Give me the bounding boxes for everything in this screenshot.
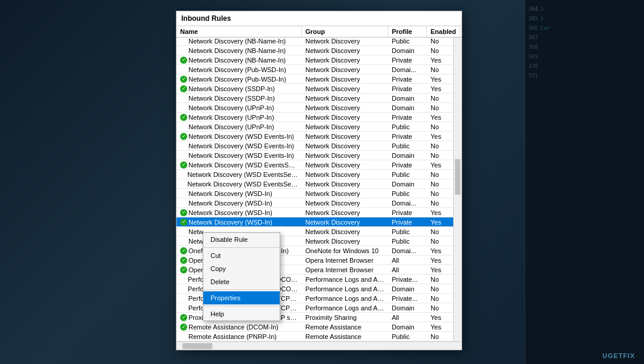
row-enabled: No: [427, 189, 453, 198]
row-profile: Domai...: [388, 247, 427, 255]
watermark: UGETFIX: [602, 352, 635, 359]
row-profile: All: [388, 256, 427, 265]
row-group: Performance Logs and Alerts: [302, 275, 388, 284]
table-row[interactable]: Network Discovery (WSD EventsSecure-In)N…: [177, 179, 453, 189]
row-enabled: No: [427, 151, 453, 160]
row-profile: Domain: [388, 180, 427, 188]
context-menu-separator-2: [203, 290, 280, 290]
table-row[interactable]: Network Discovery (WSD-In)Network Discov…: [177, 189, 453, 198]
row-enabled: No: [427, 38, 453, 45]
row-enabled: Yes: [427, 85, 453, 93]
row-group: Network Discovery: [302, 228, 388, 236]
row-profile: Private: [388, 209, 427, 217]
row-name: Network Discovery (Pub-WSD-In): [177, 66, 302, 74]
row-profile: Private: [388, 218, 427, 226]
table-row[interactable]: Remote Assistance (PNRP-In)Remote Assist…: [177, 332, 453, 341]
row-profile: Private: [388, 113, 427, 122]
row-name: Network Discovery (NB-Name-In): [177, 38, 302, 45]
table-row[interactable]: ✓Network Discovery (Pub-WSD-In)Network D…: [177, 74, 453, 84]
row-name: ✓Network Discovery (WSD-In): [177, 218, 302, 226]
row-profile: Domain: [388, 285, 427, 293]
row-name: ✓Network Discovery (WSD EventsSecure-In): [177, 161, 302, 169]
row-profile: Domain: [388, 104, 427, 112]
table-row[interactable]: Network Discovery (UPnP-In)Network Disco…: [177, 122, 453, 132]
table-row[interactable]: ✓Network Discovery (WSD-In)Network Disco…: [177, 217, 453, 227]
row-enabled: No: [427, 170, 453, 179]
table-row[interactable]: ✓Network Discovery (SSDP-In)Network Disc…: [177, 84, 453, 94]
row-profile: All: [388, 266, 427, 274]
context-menu-item-disable[interactable]: Disable Rule: [203, 233, 280, 246]
table-row[interactable]: Network Discovery (WSD-In)Network Discov…: [177, 198, 453, 208]
row-profile: All: [388, 313, 427, 322]
row-group: Network Discovery: [302, 142, 388, 150]
context-menu-item-help[interactable]: Help: [203, 307, 280, 321]
row-profile: Public: [388, 228, 427, 236]
row-enabled: No: [427, 142, 453, 150]
context-menu-item-cut[interactable]: Cut: [203, 249, 280, 262]
row-profile: Public: [388, 237, 427, 245]
vertical-scrollbar[interactable]: [453, 38, 462, 341]
row-enabled: No: [427, 94, 453, 102]
row-name: Network Discovery (WSD-In): [177, 199, 302, 207]
context-menu: Disable Rule Cut Copy Delete Properties …: [203, 232, 280, 321]
row-name: Network Discovery (WSD EventsSecure-In): [177, 170, 302, 179]
row-group: Network Discovery: [302, 170, 388, 179]
table-row[interactable]: ✓Network Discovery (WSD Events-In)Networ…: [177, 132, 453, 141]
row-name: Network Discovery (UPnP-In): [177, 123, 302, 131]
table-row[interactable]: Network Discovery (NB-Name-In)Network Di…: [177, 46, 453, 55]
row-group: Network Discovery: [302, 132, 388, 141]
row-profile: Public: [388, 189, 427, 198]
row-enabled: Yes: [427, 209, 453, 217]
row-profile: Domai...: [388, 199, 427, 207]
table-row[interactable]: Network Discovery (Pub-WSD-In)Network Di…: [177, 65, 453, 74]
row-group: Proximity Sharing: [302, 313, 388, 322]
table-row[interactable]: Network Discovery (SSDP-In)Network Disco…: [177, 94, 453, 103]
context-menu-item-copy[interactable]: Copy: [203, 262, 280, 275]
row-group: Network Discovery: [302, 161, 388, 169]
table-row[interactable]: ✓Network Discovery (UPnP-In)Network Disc…: [177, 113, 453, 122]
context-menu-item-delete[interactable]: Delete: [203, 275, 280, 288]
table-row[interactable]: Network Discovery (NB-Name-In)Network Di…: [177, 38, 453, 46]
row-profile: Domain: [388, 323, 427, 331]
row-group: Opera Internet Browser: [302, 256, 388, 265]
table-row[interactable]: ✓Network Discovery (WSD-In)Network Disco…: [177, 208, 453, 217]
row-profile: Public: [388, 142, 427, 150]
row-profile: Domai...: [388, 66, 427, 74]
row-name: ✓Network Discovery (UPnP-In): [177, 113, 302, 122]
table-row[interactable]: ✓Network Discovery (NB-Name-In)Network D…: [177, 55, 453, 65]
table-header: Name Group Profile Enabled: [177, 26, 462, 38]
context-menu-separator-3: [203, 306, 280, 306]
row-enabled: No: [427, 46, 453, 55]
table-row[interactable]: Network Discovery (UPnP-In)Network Disco…: [177, 103, 453, 113]
row-enabled: Yes: [427, 256, 453, 265]
context-menu-item-properties[interactable]: Properties: [203, 291, 280, 304]
table-row[interactable]: Network Discovery (WSD EventsSecure-In)N…: [177, 170, 453, 179]
row-profile: Public: [388, 38, 427, 45]
row-name: Network Discovery (WSD Events-In): [177, 151, 302, 160]
table-row[interactable]: Network Discovery (WSD Events-In)Network…: [177, 151, 453, 160]
row-enabled: No: [427, 123, 453, 131]
row-name: ✓Network Discovery (WSD Events-In): [177, 132, 302, 141]
row-group: Network Discovery: [302, 151, 388, 160]
row-name: Remote Assistance (PNRP-In): [177, 332, 302, 341]
row-group: Performance Logs and Alerts: [302, 285, 388, 293]
table-row[interactable]: ✓Network Discovery (WSD EventsSecure-In)…: [177, 160, 453, 170]
horizontal-scrollbar[interactable]: [177, 341, 462, 350]
row-enabled: No: [427, 66, 453, 74]
row-group: Network Discovery: [302, 94, 388, 102]
row-enabled: Yes: [427, 266, 453, 274]
row-group: Network Discovery: [302, 237, 388, 245]
row-group: Network Discovery: [302, 56, 388, 64]
row-group: Network Discovery: [302, 104, 388, 112]
row-group: Network Discovery: [302, 209, 388, 217]
row-profile: Private: [388, 132, 427, 141]
row-enabled: No: [427, 275, 453, 284]
table-row[interactable]: ✓Remote Assistance (DCOM-In)Remote Assis…: [177, 322, 453, 332]
table-row[interactable]: Network Discovery (WSD Events-In)Network…: [177, 141, 453, 151]
row-profile: Private: [388, 56, 427, 64]
row-profile: Domain: [388, 151, 427, 160]
row-enabled: Yes: [427, 113, 453, 122]
row-enabled: Yes: [427, 132, 453, 141]
row-name: Network Discovery (UPnP-In): [177, 104, 302, 112]
row-profile: Public: [388, 123, 427, 131]
